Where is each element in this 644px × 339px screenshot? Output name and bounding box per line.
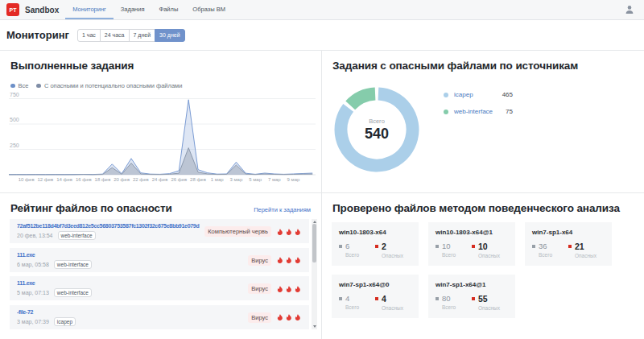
file-rating-title: Рейтинг файлов по опасности [0, 193, 183, 214]
threat-badge: Вирус [248, 312, 271, 323]
stat-value: 21 [575, 242, 584, 251]
flame-icon [286, 314, 291, 320]
range-button-2[interactable]: 7 дней [129, 29, 156, 42]
nav-item-3[interactable]: Образы ВМ [185, 0, 233, 19]
user-menu-button[interactable] [615, 0, 644, 19]
range-button-1[interactable]: 24 часа [100, 29, 130, 42]
svg-text:14 фев: 14 фев [56, 177, 72, 182]
svg-text:750: 750 [10, 92, 19, 97]
source-value: 465 [502, 91, 513, 98]
stat-value: 36 [539, 242, 547, 250]
stat-bullet-icon [375, 297, 378, 300]
stat-value: 80 [442, 294, 451, 303]
svg-text:26 фев: 26 фев [171, 177, 187, 182]
source-dot-icon [444, 93, 448, 97]
range-button-0[interactable]: 1 час [77, 29, 101, 42]
file-date: 5 мар, 07:13 [17, 290, 49, 296]
vm-name: win7-sp1-x64@1 [436, 281, 508, 288]
stat-bullet-icon [436, 245, 439, 248]
svg-text:18 фев: 18 фев [95, 177, 111, 182]
stat-label: Опасных [478, 253, 508, 258]
go-to-tasks-link[interactable]: Перейти к заданиям [254, 197, 321, 213]
svg-text:5 мар: 5 мар [249, 177, 262, 182]
file-row: 111.exe5 мар, 07:13web-interfaceВирус [10, 276, 309, 300]
file-list-scrollbar[interactable] [312, 219, 317, 329]
flame-icon [286, 286, 291, 292]
flame-icon [277, 286, 283, 292]
file-source-tag: web-interface [58, 231, 96, 240]
scroll-up-arrow-icon[interactable] [313, 221, 316, 223]
nav-item-1[interactable]: Задания [114, 0, 152, 19]
file-name-link[interactable]: -file-72 [17, 309, 243, 315]
behavioral-title: Проверено файлов методом поведенческого … [322, 193, 644, 214]
range-button-3[interactable]: 30 дней [155, 29, 184, 42]
flame-icon [277, 229, 283, 235]
file-date: 6 мар, 05:58 [17, 262, 49, 267]
svg-text:28 фев: 28 фев [190, 177, 206, 182]
file-source-tag: web-interface [54, 260, 92, 269]
flame-icon [295, 229, 300, 235]
scrollbar-thumb[interactable] [312, 224, 316, 263]
completed-tasks-title: Выполненные задания [0, 51, 321, 72]
file-date: 3 мар, 07:39 [17, 319, 49, 325]
stat-label: Опасных [575, 253, 605, 258]
vm-card: win10-1803-x64@110Всего10Опасных [428, 222, 515, 266]
donut-total-value: 540 [365, 126, 389, 143]
legend-dot-icon [36, 84, 41, 89]
source-value: 75 [506, 108, 513, 115]
flame-icon [277, 257, 283, 263]
stat-bullet-icon [339, 245, 342, 248]
brand-name: Sandbox [25, 6, 59, 14]
nav-item-0[interactable]: Мониторинг [65, 0, 114, 19]
vm-card: win7-sp1-x64@180Всего55Опасных [428, 275, 515, 318]
sources-panel: Задания с опасными файлами по источникам… [322, 51, 644, 193]
stat-bullet-icon [532, 245, 535, 248]
svg-text:10 фев: 10 фев [19, 177, 35, 182]
stat-label: Всего [345, 304, 375, 310]
vm-name: win10-1803-x64 [339, 229, 411, 236]
sources-title: Задания с опасными файлами по источникам [322, 51, 644, 72]
user-icon [625, 5, 634, 14]
file-date: 20 фев, 13:54 [17, 233, 53, 238]
svg-text:16 фев: 16 фев [76, 177, 92, 182]
scroll-down-arrow-icon[interactable] [313, 325, 316, 328]
svg-text:1 мар: 1 мар [211, 177, 224, 182]
page-title: Мониторинг [6, 29, 69, 41]
stat-value: 6 [345, 242, 349, 250]
flame-icon [286, 257, 291, 263]
stat-bullet-icon [472, 297, 475, 300]
danger-flames [277, 229, 300, 235]
file-row: -file-723 мар, 07:39icapepВирус [10, 305, 309, 329]
stat-label: Всего [345, 252, 375, 258]
legend-dot-icon [10, 84, 15, 89]
source-link[interactable]: web-interface [454, 108, 493, 115]
brand: PT Sandbox [0, 0, 65, 19]
svg-text:22 фев: 22 фев [133, 177, 149, 182]
chart-legend: ВсеС опасными и потенциально опасными фа… [0, 72, 321, 89]
top-navbar: PT Sandbox МониторингЗаданияФайлыОбразы … [0, 0, 644, 20]
vm-card: win7-sp1-x64@04Всего4Опасных [332, 275, 419, 318]
donut-center: Всего 540 [334, 87, 419, 172]
vm-name: win7-sp1-x64 [532, 229, 605, 236]
source-legend-row: web-interface75 [444, 108, 513, 115]
file-rating-panel: Рейтинг файлов по опасности Перейти к за… [0, 193, 322, 339]
stat-label: Всего [442, 252, 472, 258]
file-name-link[interactable]: 111.exe [17, 252, 243, 258]
legend-label: Все [19, 82, 29, 89]
danger-flames [277, 257, 300, 263]
flame-icon [277, 314, 283, 320]
file-name-link[interactable]: 111.exe [17, 280, 243, 286]
source-link[interactable]: icapep [454, 91, 473, 98]
file-name-link[interactable]: 72af512be118d4bf7d3eed812e5cc56803753587… [17, 223, 200, 229]
stat-bullet-icon [375, 245, 378, 248]
svg-text:3 мар: 3 мар [229, 177, 242, 182]
legend-item-1[interactable]: С опасными и потенциально опасными файла… [36, 82, 182, 89]
dashboard-content: Выполненные задания ВсеС опасными и поте… [0, 50, 644, 339]
file-row: 111.exe6 мар, 05:58web-interfaceВирус [10, 248, 309, 272]
nav-item-2[interactable]: Файлы [152, 0, 186, 19]
pt-logo-icon[interactable]: PT [6, 3, 19, 16]
legend-item-0[interactable]: Все [10, 82, 28, 89]
completed-tasks-panel: Выполненные задания ВсеС опасными и поте… [0, 51, 322, 193]
svg-text:12 фев: 12 фев [37, 177, 53, 182]
svg-text:9 мар: 9 мар [287, 177, 300, 182]
